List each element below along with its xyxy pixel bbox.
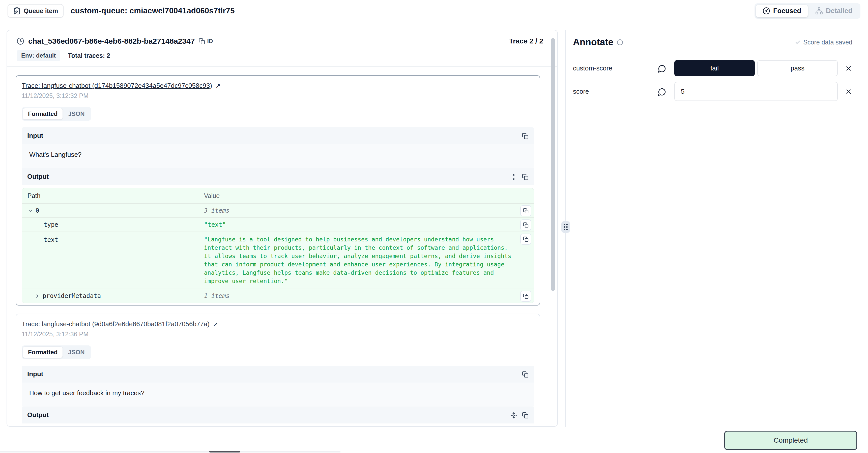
copy-icon (523, 222, 529, 228)
copy-icon (522, 174, 529, 180)
check-icon (795, 39, 801, 45)
chevron-down-icon[interactable] (28, 207, 33, 214)
network-icon (815, 7, 823, 15)
trace-counter: Trace 2 / 2 (509, 37, 543, 45)
detailed-view-button[interactable]: Detailed (809, 5, 859, 17)
env-badge: Env: default (17, 50, 60, 61)
trace-link-2[interactable]: Trace: langfuse-chatbot (9d0a6f2e6de8670… (22, 320, 218, 328)
queue-item-panel: chat_536ed067-b86e-4eb6-882b-ba27148a234… (6, 30, 558, 427)
row-path: 0 (36, 207, 39, 214)
copy-row-button[interactable] (520, 291, 531, 302)
focused-view-button[interactable]: Focused (756, 5, 808, 17)
detailed-view-label: Detailed (826, 7, 852, 15)
fail-option-button[interactable]: fail (674, 60, 755, 76)
input-header: Input (22, 127, 534, 144)
score-name: score (573, 88, 658, 95)
completed-button[interactable]: Completed (724, 431, 857, 450)
expand-rows-button[interactable] (510, 173, 517, 180)
copy-icon (523, 208, 529, 214)
id-label: ID (207, 38, 213, 45)
row-value: "text" (204, 221, 516, 228)
copy-row-button[interactable] (520, 233, 531, 245)
score-name: custom-score (573, 64, 658, 72)
delete-score-icon[interactable] (845, 87, 852, 95)
scrollbar-thumb[interactable] (209, 451, 240, 453)
input-label: Input (27, 132, 43, 140)
copy-id-button[interactable]: ID (199, 38, 213, 45)
copy-output-button[interactable] (522, 173, 529, 180)
item-meta-row: Env: default Total traces: 2 (7, 46, 557, 66)
format-tabs: Formatted JSON (22, 107, 91, 121)
external-link-icon: ↗ (213, 321, 218, 328)
unfold-vertical-icon (510, 174, 517, 180)
pass-option-button[interactable]: pass (757, 60, 838, 76)
trace-link-1[interactable]: Trace: langfuse-chatbot (d174b1589072e43… (22, 82, 220, 89)
unfold-vertical-icon (510, 412, 517, 419)
row-value: "Langfuse is a tool designed to help bus… (204, 235, 516, 285)
input-label: Input (27, 370, 43, 378)
save-status-label: Score data saved (803, 39, 852, 46)
trace-link-label: Trace: langfuse-chatbot (9d0a6f2e6de8670… (22, 320, 210, 328)
tab-json[interactable]: JSON (63, 108, 90, 119)
row-value: 1 items (204, 292, 516, 300)
row-path: text (43, 236, 58, 244)
input-value: What's Langfuse? (22, 144, 534, 168)
copy-icon (199, 38, 205, 45)
format-tabs: Formatted JSON (22, 345, 91, 359)
input-value: How to get user feedback in my traces? (22, 383, 534, 406)
table-row: type "text" (22, 218, 534, 231)
item-header: chat_536ed067-b86e-4eb6-882b-ba27148a234… (7, 30, 557, 46)
comment-icon[interactable] (658, 87, 666, 96)
row-value: 3 items (204, 207, 516, 214)
annotate-panel: Annotate Score data saved custom-score f… (570, 30, 862, 427)
score-value-input[interactable] (674, 82, 838, 101)
table-header-row: Path Value (22, 188, 534, 203)
session-title: chat_536ed067-b86e-4eb6-882b-ba27148a234… (28, 37, 195, 46)
trace-card-1: Trace: langfuse-chatbot (d174b1589072e43… (16, 75, 540, 306)
horizontal-scrollbar[interactable] (0, 451, 340, 453)
copy-row-button[interactable] (520, 205, 531, 217)
grip-dots-icon (564, 224, 568, 230)
output-label: Output (27, 411, 49, 419)
tab-json[interactable]: JSON (63, 347, 90, 358)
bottom-bar: Completed (0, 427, 868, 453)
resize-handle[interactable] (561, 221, 570, 233)
total-traces-label: Total traces: 2 (68, 52, 110, 59)
queue-item-badge: Queue item (7, 4, 64, 18)
copy-input-button[interactable] (522, 132, 529, 139)
clock-icon (17, 37, 24, 45)
save-status: Score data saved (795, 39, 852, 46)
comment-icon[interactable] (658, 63, 666, 73)
queue-item-label: Queue item (24, 7, 58, 15)
annotate-title: Annotate (573, 37, 613, 48)
input-header: Input (22, 366, 534, 383)
score-options: fail pass (674, 60, 838, 76)
trace-link-label: Trace: langfuse-chatbot (d174b1589072e43… (22, 82, 212, 89)
focused-view-label: Focused (773, 7, 801, 15)
copy-icon (522, 371, 529, 378)
tab-formatted[interactable]: Formatted (23, 108, 63, 119)
annotation-queue-screen: Queue item custom-queue: cmiacwel70041ad… (0, 0, 868, 453)
vertical-scrollbar[interactable] (551, 38, 555, 291)
copy-icon (522, 133, 529, 139)
copy-icon (523, 236, 529, 242)
table-row: text "Langfuse is a tool designed to hel… (22, 231, 534, 289)
trace-card-2: Trace: langfuse-chatbot (9d0a6f2e6de8670… (16, 314, 540, 427)
info-icon[interactable] (617, 39, 623, 46)
top-bar: Queue item custom-queue: cmiacwel70041ad… (0, 0, 868, 22)
output-label: Output (27, 173, 49, 180)
expand-rows-button[interactable] (510, 411, 517, 418)
copy-input-button[interactable] (522, 370, 529, 377)
path-column-header: Path (28, 192, 204, 199)
row-path: type (43, 221, 58, 228)
output-header: Output (22, 406, 534, 423)
chevron-right-icon[interactable] (35, 293, 40, 299)
copy-output-button[interactable] (522, 411, 529, 418)
tab-formatted[interactable]: Formatted (23, 347, 63, 358)
value-column-header: Value (204, 192, 516, 199)
score-row-score: score (573, 82, 859, 101)
delete-score-icon[interactable] (845, 64, 852, 72)
view-mode-toggle: Focused Detailed (754, 3, 861, 19)
copy-row-button[interactable] (520, 220, 531, 230)
score-row-custom-score: custom-score fail pass (573, 60, 859, 76)
